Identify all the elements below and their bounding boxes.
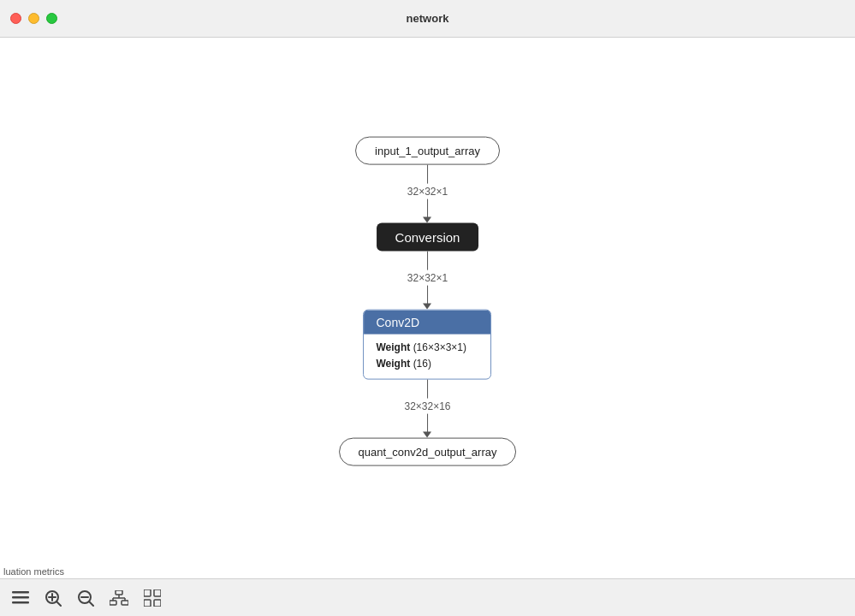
arrow-2 [423, 304, 431, 310]
line-5 [427, 380, 429, 399]
bottom-partial-text: luation metrics [0, 566, 64, 578]
weight1-dim: (16×3×3×1) [413, 341, 466, 353]
line-2 [427, 199, 429, 218]
svg-rect-18 [154, 589, 161, 596]
conv2d-body: Weight (16×3×3×1) Weight (16) [365, 335, 491, 379]
toolbar [0, 578, 855, 616]
arrow-3 [424, 432, 432, 438]
grid-button[interactable] [144, 589, 161, 607]
list-button[interactable] [12, 591, 29, 605]
node-input[interactable]: input_1_output_array [355, 137, 500, 165]
close-button[interactable] [10, 13, 21, 24]
svg-rect-17 [144, 589, 151, 596]
edge-label-1: 32×32×1 [407, 184, 448, 199]
line-3 [427, 252, 429, 270]
weight2-dim: (16) [413, 358, 431, 370]
maximize-button[interactable] [46, 13, 57, 24]
svg-rect-10 [116, 590, 122, 595]
svg-rect-20 [154, 600, 161, 607]
edge-label-3: 32×32×16 [404, 399, 450, 414]
main-canvas: input_1_output_array 32×32×1 Conversion … [0, 38, 855, 578]
network-diagram: input_1_output_array 32×32×1 Conversion … [339, 137, 517, 466]
connector-1: 32×32×1 [407, 165, 448, 223]
window-buttons [10, 13, 57, 24]
node-conv2d[interactable]: Conv2D Weight (16×3×3×1) Weight (16) [364, 310, 492, 380]
connector-3: 32×32×16 [404, 380, 450, 438]
svg-rect-0 [12, 591, 29, 594]
node-conversion[interactable]: Conversion [377, 223, 479, 252]
svg-rect-11 [110, 601, 116, 605]
conv2d-weight2: Weight (16) [377, 356, 479, 372]
line-6 [427, 414, 429, 433]
line-4 [427, 286, 429, 305]
minimize-button[interactable] [28, 13, 39, 24]
weight1-label: Weight [377, 341, 411, 353]
hierarchy-button[interactable] [110, 590, 128, 606]
node-output[interactable]: quant_conv2d_output_array [339, 438, 517, 466]
arrow-1 [423, 217, 431, 223]
titlebar: network [0, 0, 855, 38]
weight2-label: Weight [377, 358, 411, 370]
edge-label-2: 32×32×1 [407, 270, 448, 286]
svg-rect-12 [122, 601, 128, 605]
zoom-in-button[interactable] [45, 589, 62, 607]
line-1 [427, 165, 429, 184]
conv2d-header: Conv2D [365, 311, 491, 335]
svg-rect-1 [12, 596, 29, 599]
window-title: network [407, 12, 449, 25]
svg-rect-19 [144, 600, 151, 607]
zoom-out-button[interactable] [77, 589, 94, 607]
svg-line-8 [89, 601, 93, 606]
conv2d-weight1: Weight (16×3×3×1) [377, 340, 479, 356]
connector-2: 32×32×1 [407, 252, 448, 310]
svg-line-4 [56, 601, 61, 606]
svg-rect-2 [12, 601, 29, 604]
